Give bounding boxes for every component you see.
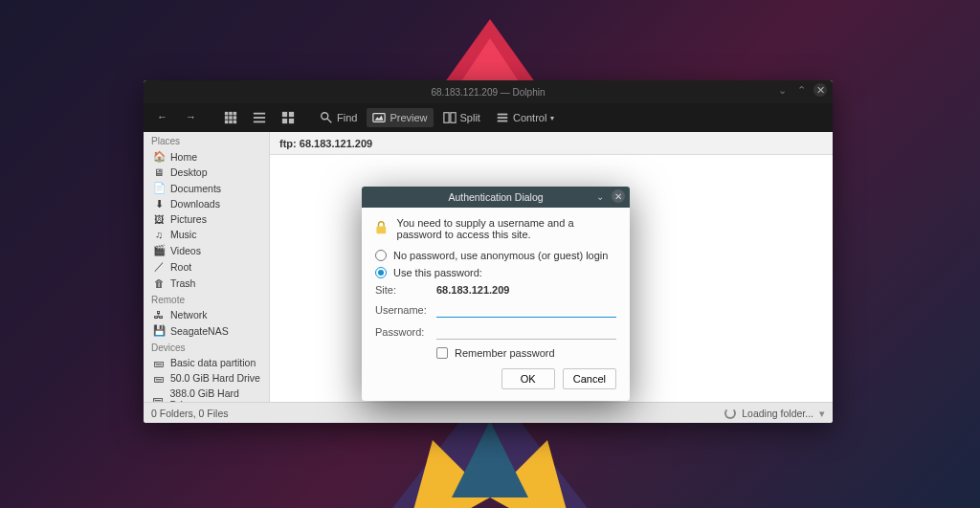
control-label: Control: [513, 112, 546, 123]
sidebar-item-documents[interactable]: 📄Documents: [144, 180, 269, 196]
password-input[interactable]: [436, 323, 616, 340]
svg-rect-14: [234, 121, 237, 124]
svg-rect-10: [229, 116, 233, 120]
svg-marker-3: [404, 440, 490, 508]
toolbar: ← → Find Preview Split Control ▾: [144, 103, 833, 132]
sidebar-item-home[interactable]: 🏠Home: [144, 148, 269, 165]
find-label: Find: [337, 112, 357, 123]
svg-marker-25: [375, 115, 384, 120]
radio-use-password[interactable]: Use this password:: [375, 267, 616, 278]
drive-icon: 🖴: [153, 393, 164, 402]
sidebar-item-device-2[interactable]: 🖴388.0 GiB Hard Drive: [144, 386, 269, 402]
home-icon: 🏠: [153, 150, 165, 163]
radio-button-icon: [375, 267, 387, 278]
dialog-message: You need to supply a username and a pass…: [397, 217, 616, 240]
svg-marker-4: [490, 440, 576, 508]
statusbar: 0 Folders, 0 Files Loading folder... ▾: [144, 402, 833, 423]
site-label: Site:: [375, 284, 429, 296]
svg-rect-30: [498, 121, 508, 122]
documents-icon: 📄: [153, 182, 165, 194]
radio-password-label: Use this password:: [393, 267, 482, 278]
svg-rect-26: [443, 113, 448, 123]
svg-rect-17: [254, 121, 265, 123]
sidebar-item-root[interactable]: ／Root: [144, 258, 269, 276]
radio-anonymous[interactable]: No password, use anonymous (or guest) lo…: [375, 250, 616, 261]
svg-rect-31: [376, 227, 386, 234]
svg-rect-6: [225, 112, 229, 116]
svg-rect-21: [289, 119, 294, 123]
ok-button[interactable]: OK: [501, 368, 555, 389]
svg-rect-29: [498, 117, 508, 119]
svg-rect-27: [450, 113, 455, 123]
sidebar-item-desktop[interactable]: 🖥Desktop: [144, 165, 269, 180]
sidebar-item-network[interactable]: 🖧Network: [144, 307, 269, 322]
status-right: Loading folder...: [742, 408, 813, 419]
sidebar-group-devices: Devices: [144, 339, 269, 355]
svg-rect-8: [234, 112, 237, 116]
remember-label: Remember password: [455, 347, 555, 359]
password-label: Password:: [375, 326, 429, 338]
breadcrumb[interactable]: ftp: 68.183.121.209: [270, 132, 833, 155]
sidebar-item-device-1[interactable]: 🖴50.0 GiB Hard Drive: [144, 370, 269, 386]
sidebar: Places 🏠Home 🖥Desktop 📄Documents ⬇Downlo…: [144, 132, 270, 402]
drive-icon: 🖴: [153, 372, 165, 384]
nav-forward-button[interactable]: →: [180, 108, 205, 127]
sidebar-item-downloads[interactable]: ⬇Downloads: [144, 196, 269, 211]
site-value: 68.183.121.209: [436, 284, 616, 296]
trash-icon: 🗑: [153, 277, 165, 289]
control-menu-button[interactable]: Control ▾: [490, 108, 560, 127]
svg-rect-13: [229, 121, 233, 124]
username-label: Username:: [375, 304, 429, 316]
dialog-titlebar: Authentication Dialog ⌄ ✕: [362, 187, 630, 208]
loading-spinner-icon: [724, 408, 736, 419]
svg-rect-9: [225, 116, 229, 120]
svg-rect-12: [225, 121, 229, 124]
preview-button[interactable]: Preview: [367, 108, 433, 127]
svg-rect-28: [498, 114, 508, 116]
svg-rect-18: [282, 112, 287, 117]
status-left: 0 Folders, 0 Files: [151, 408, 229, 419]
nav-back-button[interactable]: ←: [151, 108, 176, 127]
view-details-button[interactable]: [276, 108, 301, 127]
sidebar-group-remote: Remote: [144, 291, 269, 307]
window-close-button[interactable]: ✕: [813, 83, 827, 97]
status-chevron-icon[interactable]: ▾: [819, 408, 825, 419]
username-input[interactable]: [436, 301, 616, 318]
downloads-icon: ⬇: [153, 198, 165, 210]
sidebar-item-videos[interactable]: 🎬Videos: [144, 242, 269, 258]
svg-rect-15: [254, 113, 265, 115]
videos-icon: 🎬: [153, 244, 165, 256]
view-icons-button[interactable]: [218, 108, 243, 127]
desktop-icon: 🖥: [153, 166, 165, 178]
sidebar-item-device-0[interactable]: 🖴Basic data partition: [144, 355, 269, 370]
svg-rect-11: [234, 116, 237, 120]
chevron-down-icon: ▾: [550, 114, 554, 122]
window-maximize-button[interactable]: ⌃: [794, 83, 808, 97]
drive-icon: 🖴: [153, 357, 165, 368]
nas-icon: 💾: [153, 324, 165, 337]
sidebar-item-seagatenas[interactable]: 💾SeagateNAS: [144, 322, 269, 339]
pictures-icon: 🖼: [153, 213, 165, 225]
network-icon: 🖧: [153, 309, 165, 320]
sidebar-item-pictures[interactable]: 🖼Pictures: [144, 211, 269, 227]
find-button[interactable]: Find: [314, 108, 363, 127]
cancel-button[interactable]: Cancel: [563, 368, 616, 389]
sidebar-item-music[interactable]: ♫Music: [144, 227, 269, 242]
dialog-close-button[interactable]: ✕: [612, 189, 625, 203]
dialog-shade-button[interactable]: ⌄: [593, 189, 607, 203]
split-button[interactable]: Split: [437, 108, 486, 127]
window-title: 68.183.121.209 — Dolphin: [432, 87, 546, 98]
svg-rect-24: [373, 114, 385, 122]
breadcrumb-label: ftp: 68.183.121.209: [279, 138, 372, 149]
remember-password-checkbox[interactable]: Remember password: [436, 347, 616, 359]
svg-rect-16: [254, 117, 265, 119]
music-icon: ♫: [153, 229, 165, 240]
window-minimize-button[interactable]: ⌄: [775, 83, 789, 97]
svg-rect-7: [229, 112, 233, 116]
checkbox-icon: [436, 347, 448, 359]
sidebar-item-trash[interactable]: 🗑Trash: [144, 276, 269, 291]
view-compact-button[interactable]: [247, 108, 272, 127]
root-icon: ／: [153, 260, 165, 274]
window-titlebar: 68.183.121.209 — Dolphin ⌄ ⌃ ✕: [144, 80, 833, 103]
radio-anonymous-label: No password, use anonymous (or guest) lo…: [393, 250, 608, 261]
